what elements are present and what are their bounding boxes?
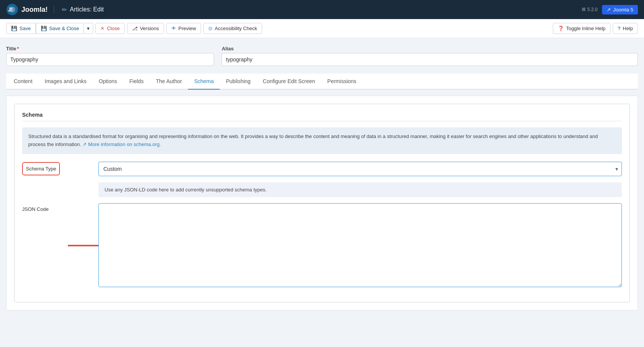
close-button[interactable]: ✕ Close: [95, 23, 124, 34]
toggle-inline-help-label: Toggle Inline Help: [566, 26, 605, 31]
title-input[interactable]: [6, 53, 214, 66]
svg-text:J!: J!: [8, 6, 13, 13]
schema-border-box: Schema Structured data is a standardised…: [14, 104, 630, 302]
tab-configure-edit-screen[interactable]: Configure Edit Screen: [257, 74, 321, 90]
help-label: Help: [623, 26, 633, 31]
save-close-icon: 💾: [41, 26, 47, 31]
tab-content[interactable]: Content: [8, 74, 39, 90]
preview-button[interactable]: 👁 Preview: [166, 23, 201, 34]
save-button[interactable]: 💾 Save: [6, 23, 36, 34]
help-circle-icon: ❓: [558, 26, 564, 31]
arrow-line: [68, 245, 98, 246]
accessibility-check-button[interactable]: ⊙ Accessibility Check: [203, 23, 262, 34]
schema-panel-title: Schema: [22, 112, 622, 121]
json-code-label: JSON Code: [22, 203, 98, 212]
json-code-row: JSON Code: [22, 203, 622, 288]
schema-type-label: Schema Type: [22, 162, 98, 175]
external-link-icon: ↗: [607, 7, 611, 13]
save-icon: 💾: [11, 26, 17, 31]
tab-images-links[interactable]: Images and Links: [39, 74, 93, 90]
schema-info-box: Structured data is a standardised format…: [22, 127, 622, 154]
chevron-down-icon: ▾: [87, 26, 90, 31]
toolbar-right: ❓ Toggle Inline Help ? Help: [553, 23, 638, 34]
joomla5-label: Joomla 5: [613, 7, 633, 13]
main-content: Title* Alias ContentImages and LinksOpti…: [0, 38, 644, 318]
close-label: Close: [107, 26, 119, 31]
accessibility-check-label: Accessibility Check: [215, 26, 257, 31]
joomla5-button[interactable]: ↗ Joomla 5: [602, 5, 638, 14]
tab-fields[interactable]: Fields: [123, 74, 150, 90]
toggle-inline-help-button[interactable]: ❓ Toggle Inline Help: [553, 23, 610, 34]
schema-hint-box: Use any JSON-LD code here to add current…: [98, 182, 622, 197]
preview-icon: 👁: [171, 26, 176, 31]
save-close-button[interactable]: 💾 Save & Close: [36, 23, 84, 34]
save-close-label: Save & Close: [49, 26, 79, 31]
preview-label: Preview: [179, 26, 196, 31]
accessibility-icon: ⊙: [208, 26, 213, 31]
joomla-logo-icon: J!: [6, 3, 18, 16]
save-label: Save: [19, 26, 31, 31]
save-group: 💾 Save 💾 Save & Close ▾: [6, 23, 93, 34]
navbar-left: J! Joomla! ✏ Articles: Edit: [6, 3, 104, 16]
tab-schema[interactable]: Schema: [188, 74, 220, 90]
close-icon: ✕: [100, 26, 105, 31]
schema-type-row: Schema Type CustomArticleBlogPostingNews…: [22, 162, 622, 176]
schema-type-highlight: Schema Type: [22, 162, 60, 175]
schema-panel: Schema Structured data is a standardised…: [6, 96, 638, 310]
tab-options[interactable]: Options: [93, 74, 123, 90]
versions-button[interactable]: ⎇ Versions: [127, 23, 164, 34]
alias-group: Alias: [222, 46, 638, 66]
page-title: Articles: Edit: [70, 6, 104, 13]
title-group: Title*: [6, 46, 214, 66]
version-label: ⌘ 5.2.0: [581, 7, 597, 12]
alias-label: Alias: [222, 46, 638, 51]
title-required: *: [17, 46, 19, 51]
question-icon: ?: [618, 26, 620, 31]
schema-type-select[interactable]: CustomArticleBlogPostingNewsArticleWebPa…: [98, 162, 622, 176]
tab-permissions[interactable]: Permissions: [321, 74, 362, 90]
form-title-row: Title* Alias: [6, 46, 638, 66]
toolbar-left: 💾 Save 💾 Save & Close ▾ ✕ Close ⎇ Versio…: [6, 23, 262, 34]
schema-type-select-wrapper: CustomArticleBlogPostingNewsArticleWebPa…: [98, 162, 622, 176]
json-code-control: [98, 203, 622, 288]
tab-the-author[interactable]: The Author: [150, 74, 188, 90]
navbar-right: ⌘ 5.2.0 ↗ Joomla 5: [581, 5, 638, 14]
alias-input[interactable]: [222, 53, 638, 66]
tabs: ContentImages and LinksOptionsFieldsThe …: [6, 74, 638, 90]
json-code-textarea[interactable]: [98, 203, 622, 287]
joomla-logo: J! Joomla!: [6, 3, 48, 16]
tab-publishing[interactable]: Publishing: [220, 74, 257, 90]
schema-more-info-link[interactable]: ↗ More information on schema.org.: [82, 141, 161, 147]
versions-label: Versions: [140, 26, 159, 31]
title-label: Title*: [6, 46, 214, 51]
external-link-icon: ↗: [82, 141, 87, 147]
top-navbar: J! Joomla! ✏ Articles: Edit ⌘ 5.2.0 ↗ Jo…: [0, 0, 644, 19]
versions-icon: ⎇: [132, 26, 138, 31]
save-dropdown-button[interactable]: ▾: [84, 23, 93, 34]
help-button[interactable]: ? Help: [613, 23, 638, 34]
logo-text: Joomla!: [21, 6, 48, 14]
toolbar: 💾 Save 💾 Save & Close ▾ ✕ Close ⎇ Versio…: [0, 19, 644, 38]
page-title-bar: ✏ Articles: Edit: [54, 6, 104, 13]
